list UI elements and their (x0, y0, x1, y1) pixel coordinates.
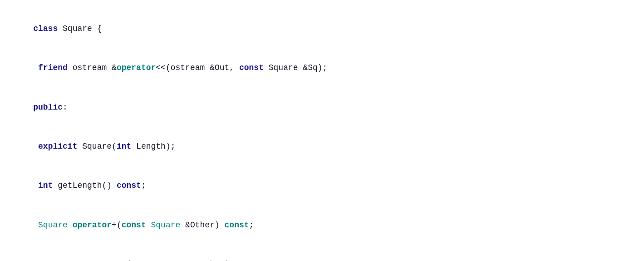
code-line-1: class Square { (14, 9, 630, 48)
code-line-6: Square operator+(const Square &Other) co… (14, 206, 630, 245)
keyword-const-4: const (225, 221, 249, 230)
code-line-3: public: (14, 88, 630, 127)
code-line-5: int getLength() const; (14, 166, 630, 206)
keyword-int-1: int (117, 142, 131, 151)
keyword-public: public (33, 103, 63, 112)
type-square-1: Square (38, 221, 68, 230)
keyword-friend: friend (38, 63, 68, 72)
class-name: Square { (58, 24, 102, 33)
keyword-const-1: const (239, 63, 264, 72)
type-square-2: Square (151, 221, 181, 230)
keyword-operator: operator (117, 63, 156, 72)
keyword-const-3: const (122, 221, 146, 230)
class-definition-block: class Square { friend ostream &operator<… (14, 9, 630, 261)
keyword-const-2: const (117, 181, 141, 190)
code-line-2: friend ostream &operator<<(ostream &Out,… (14, 48, 630, 87)
keyword-int-2: int (38, 181, 53, 190)
keyword-operator-plus: operator (73, 221, 112, 230)
keyword-explicit: explicit (38, 142, 77, 151)
keyword-class: class (33, 24, 58, 33)
code-line-4: explicit Square(int Length); (14, 127, 630, 166)
code-line-7: Square &operator+=(const Square &Other); (14, 245, 630, 261)
